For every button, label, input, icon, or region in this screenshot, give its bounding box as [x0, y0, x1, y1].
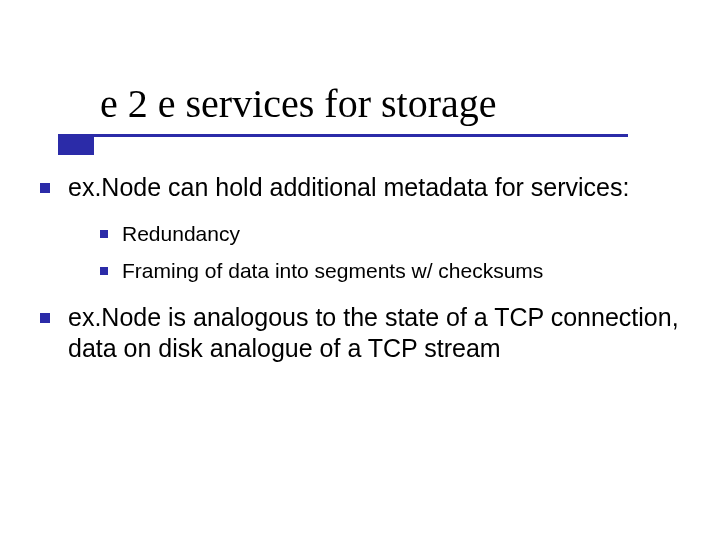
slide-title: e 2 e services for storage	[100, 80, 680, 127]
bullet-text: Framing of data into segments w/ checksu…	[122, 258, 543, 284]
square-bullet-icon	[100, 230, 108, 238]
bullet-level2: Redundancy	[100, 221, 680, 247]
square-bullet-icon	[40, 183, 50, 193]
bullet-level1: ex.Node can hold additional metadata for…	[40, 172, 680, 203]
title-underline-stub	[58, 137, 94, 155]
bullet-text: ex.Node is analogous to the state of a T…	[68, 302, 680, 365]
bullet-text: Redundancy	[122, 221, 240, 247]
title-underline	[58, 134, 628, 137]
slide-body: ex.Node can hold additional metadata for…	[40, 172, 680, 374]
square-bullet-icon	[40, 313, 50, 323]
bullet-level1: ex.Node is analogous to the state of a T…	[40, 302, 680, 365]
slide: e 2 e services for storage ex.Node can h…	[0, 0, 720, 540]
bullet-text: ex.Node can hold additional metadata for…	[68, 172, 629, 203]
square-bullet-icon	[100, 267, 108, 275]
bullet-level2: Framing of data into segments w/ checksu…	[100, 258, 680, 284]
